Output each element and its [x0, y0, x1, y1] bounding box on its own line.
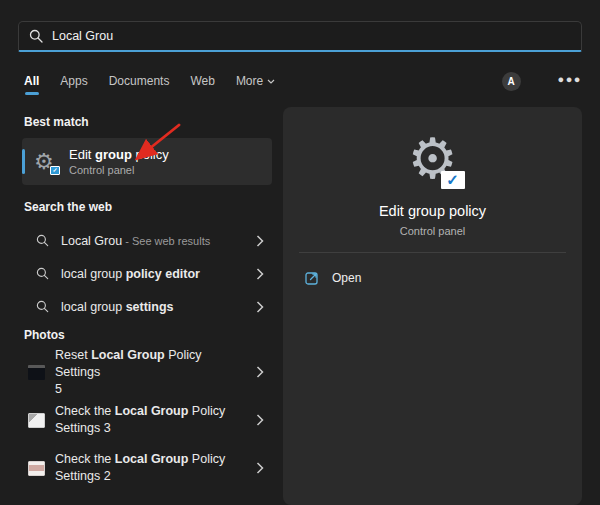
chevron-right-icon[interactable]: [256, 366, 264, 378]
web-suggestion-row[interactable]: local group settings: [22, 290, 272, 323]
chevron-right-icon[interactable]: [256, 414, 264, 426]
open-action[interactable]: Open: [293, 263, 572, 293]
search-bar[interactable]: [18, 21, 582, 52]
best-match-result[interactable]: ⚙ ✓ Edit group policy Control panel: [22, 138, 272, 185]
tab-apps[interactable]: Apps: [60, 74, 87, 88]
photo-thumbnail: [28, 461, 45, 476]
group-policy-icon-large: ⚙ ✓: [401, 131, 465, 189]
best-match-subtitle: Control panel: [69, 164, 169, 176]
options-menu-button[interactable]: ●●●: [558, 73, 582, 89]
photo-result-row[interactable]: Check the Local Group Policy Settings 3: [22, 398, 272, 442]
photo-result-text: Reset Local Group Policy Settings 5: [55, 347, 250, 398]
section-header-best-match: Best match: [24, 115, 89, 129]
search-icon: [36, 267, 49, 280]
chevron-right-icon[interactable]: [256, 301, 264, 313]
search-icon: [29, 29, 43, 43]
result-preview-panel: ⚙ ✓ Edit group policy Control panel Open: [283, 107, 582, 505]
tab-documents[interactable]: Documents: [109, 74, 170, 88]
search-icon: [36, 234, 49, 247]
start-search-flyout: { "search": { "value": "Local Grou" }, "…: [0, 0, 600, 505]
check-badge-icon: ✓: [441, 171, 465, 189]
search-icon: [36, 300, 49, 313]
tab-more[interactable]: More: [236, 74, 275, 88]
photo-result-text: Check the Local Group Policy Settings 2: [55, 451, 250, 485]
chevron-right-icon[interactable]: [256, 462, 264, 474]
chevron-down-icon: [267, 79, 275, 84]
best-match-title: Edit group policy: [69, 147, 169, 162]
preview-title: Edit group policy: [283, 203, 582, 219]
photo-result-row[interactable]: Check the Local Group Policy Settings 2: [22, 446, 272, 490]
tab-all[interactable]: All: [24, 74, 39, 88]
photo-result-text: Check the Local Group Policy Settings 3: [55, 403, 250, 437]
suggestion-text: Local Grou - See web results: [61, 234, 250, 248]
divider: [299, 252, 566, 253]
tab-web[interactable]: Web: [190, 74, 214, 88]
tab-more-label: More: [236, 74, 263, 88]
photo-result-row[interactable]: Reset Local Group Policy Settings 5: [22, 350, 272, 394]
search-input[interactable]: [52, 29, 571, 43]
section-header-photos: Photos: [24, 328, 65, 342]
group-policy-icon: ⚙ ✓: [34, 150, 58, 174]
chevron-right-icon[interactable]: [256, 268, 264, 280]
photo-thumbnail: [28, 413, 45, 428]
user-avatar[interactable]: A: [502, 72, 521, 91]
photo-thumbnail: [28, 365, 45, 380]
check-badge-icon: ✓: [50, 166, 60, 175]
suggestion-text: local group policy editor: [61, 267, 250, 281]
open-action-label: Open: [332, 271, 361, 285]
suggestion-text: local group settings: [61, 300, 250, 314]
preview-subtitle: Control panel: [283, 225, 582, 237]
web-suggestion-row[interactable]: Local Grou - See web results: [22, 224, 272, 257]
section-header-search-web: Search the web: [24, 200, 112, 214]
open-external-icon: [305, 271, 319, 285]
search-filter-tabs: All Apps Documents Web More A ●●●: [24, 71, 582, 91]
web-suggestion-row[interactable]: local group policy editor: [22, 257, 272, 290]
chevron-right-icon[interactable]: [256, 235, 264, 247]
